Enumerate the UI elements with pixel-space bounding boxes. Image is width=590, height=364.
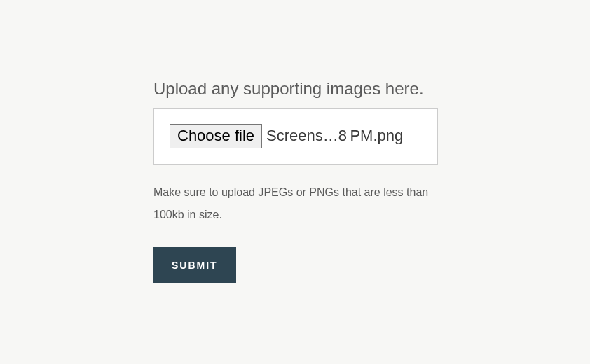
upload-hint: Make sure to upload JPEGs or PNGs that a… [153, 181, 438, 226]
upload-heading: Upload any supporting images here. [153, 78, 438, 99]
submit-button[interactable]: SUBMIT [153, 247, 236, 284]
selected-file-name: Screens…8 PM.png [266, 127, 403, 145]
file-input[interactable]: Choose file Screens…8 PM.png [153, 108, 438, 164]
choose-file-button[interactable]: Choose file [170, 124, 262, 148]
upload-form: Upload any supporting images here. Choos… [153, 78, 438, 284]
